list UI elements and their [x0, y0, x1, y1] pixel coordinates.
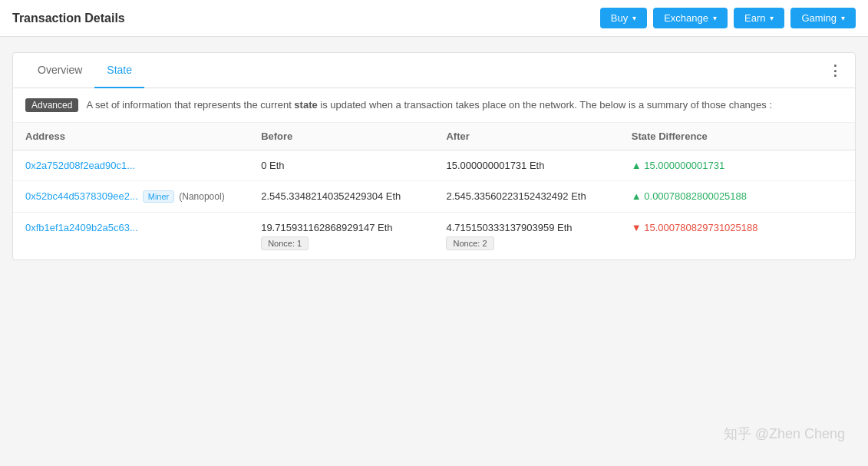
- tab-state[interactable]: State: [94, 53, 144, 88]
- table-header-row: Address Before After State Difference: [13, 123, 855, 150]
- state-table: Address Before After State Difference 0x…: [13, 123, 855, 260]
- after-nonce-2: Nonce: 2: [446, 236, 493, 250]
- top-navigation: Transaction Details Buy ▾ Exchange ▾ Ear…: [0, 0, 868, 37]
- advanced-badge: Advanced: [25, 98, 78, 112]
- diff-value-0: ▲ 15.000000001731: [619, 150, 855, 180]
- miner-badge: Miner: [143, 190, 175, 203]
- tab-menu-icon[interactable]: ⋮: [828, 62, 843, 79]
- diff-value-1: ▲ 0.00078082800025188: [619, 180, 855, 213]
- after-value-1: 2.545.33560223152432492 Eth: [434, 180, 619, 213]
- after-value-2: 4.715150333137903959 EthNonce: 2: [434, 213, 619, 260]
- buy-chevron-icon: ▾: [632, 14, 636, 22]
- page-title: Transaction Details: [12, 12, 125, 25]
- before-nonce-2: Nonce: 1: [261, 236, 309, 250]
- table-row: 0x2a752d08f2ead90c1...0 Eth15.0000000017…: [13, 150, 855, 180]
- exchange-chevron-icon: ▾: [713, 14, 717, 22]
- buy-label: Buy: [611, 12, 628, 24]
- buy-button[interactable]: Buy ▾: [600, 8, 647, 28]
- after-value-0: 15.000000001731 Eth: [434, 150, 619, 180]
- gaming-chevron-icon: ▾: [841, 14, 845, 22]
- exchange-label: Exchange: [664, 12, 708, 24]
- address-link-1[interactable]: 0x52bc44d5378309ee2...: [25, 190, 138, 202]
- exchange-button[interactable]: Exchange ▾: [653, 8, 728, 28]
- advanced-description: A set of information that represents the…: [86, 97, 772, 113]
- col-header-address: Address: [13, 123, 249, 150]
- table-row: 0x52bc44d5378309ee2...Miner(Nanopool)2.5…: [13, 180, 855, 213]
- watermark: 知乎 @Zhen Cheng: [724, 425, 845, 443]
- earn-chevron-icon: ▾: [770, 14, 774, 22]
- diff-value-2: ▼ 15.000780829731025188: [619, 213, 855, 260]
- transaction-card: Overview State ⋮ Advanced A set of infor…: [12, 52, 856, 260]
- advanced-row: Advanced A set of information that repre…: [13, 88, 855, 123]
- before-value-2: 19.715931162868929147 EthNonce: 1: [249, 213, 434, 260]
- table-row: 0xfb1ef1a2409b2a5c63...19.71593116286892…: [13, 213, 855, 260]
- tab-bar: Overview State ⋮: [13, 53, 855, 88]
- col-header-diff: State Difference: [619, 123, 855, 150]
- address-link-2[interactable]: 0xfb1ef1a2409b2a5c63...: [25, 222, 138, 233]
- gaming-label: Gaming: [801, 12, 837, 24]
- tab-overview[interactable]: Overview: [25, 53, 94, 88]
- earn-button[interactable]: Earn ▾: [734, 8, 784, 28]
- nav-buttons: Buy ▾ Exchange ▾ Earn ▾ Gaming ▾: [600, 8, 856, 28]
- gaming-button[interactable]: Gaming ▾: [790, 8, 856, 28]
- nanopool-label: (Nanopool): [179, 191, 224, 202]
- col-header-after: After: [434, 123, 619, 150]
- main-content: Overview State ⋮ Advanced A set of infor…: [0, 37, 868, 276]
- before-value-0: 0 Eth: [249, 150, 434, 180]
- earn-label: Earn: [744, 12, 765, 24]
- col-header-before: Before: [249, 123, 434, 150]
- before-value-1: 2.545.33482140352429304 Eth: [249, 180, 434, 213]
- address-link-0[interactable]: 0x2a752d08f2ead90c1...: [25, 160, 135, 171]
